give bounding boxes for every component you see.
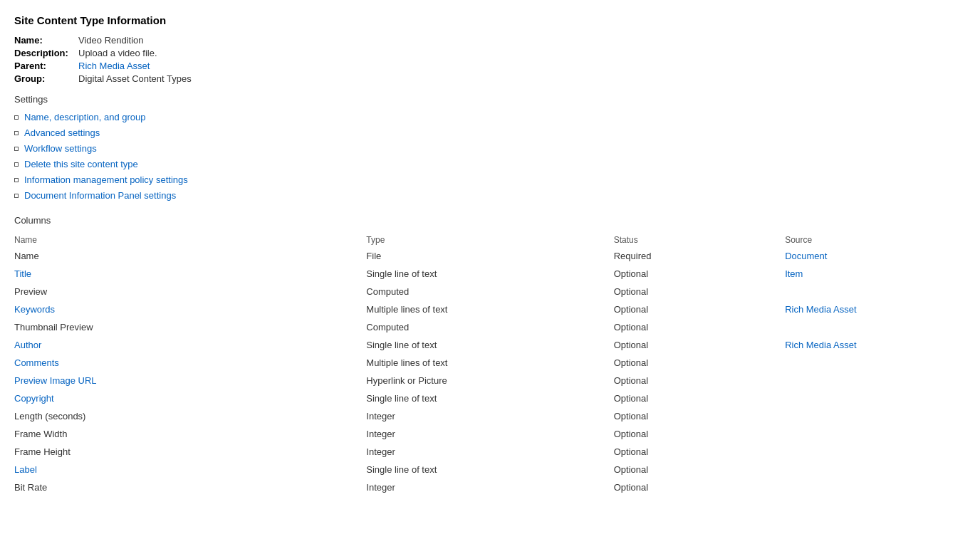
settings-link-3[interactable]: Delete this site content type <box>24 159 138 169</box>
column-source-link[interactable]: Rich Media Asset <box>785 304 856 315</box>
col-type-cell: Single line of text <box>366 461 613 478</box>
col-source-cell <box>785 283 966 300</box>
col-type-cell: Integer <box>366 443 613 461</box>
col-source-cell <box>785 425 966 443</box>
col-status-cell: Optional <box>614 461 785 478</box>
column-name-link[interactable]: Label <box>14 464 37 475</box>
col-name-cell: Comments <box>14 354 366 372</box>
col-type-cell: Single line of text <box>366 389 613 407</box>
content-type-info: Name: Video Rendition Description: Uploa… <box>14 35 966 84</box>
column-name-link[interactable]: Title <box>14 268 31 279</box>
col-type-cell: Single line of text <box>366 336 613 354</box>
settings-link-1[interactable]: Advanced settings <box>24 127 100 138</box>
table-row: Frame HeightIntegerOptional <box>14 443 966 461</box>
info-row-group: Group: Digital Asset Content Types <box>14 73 966 84</box>
table-row: AuthorSingle line of textOptionalRich Me… <box>14 336 966 354</box>
table-row: TitleSingle line of textOptionalItem <box>14 265 966 283</box>
col-type-cell: File <box>366 247 613 265</box>
bullet-icon-3 <box>14 162 19 167</box>
col-name-cell: Author <box>14 336 366 354</box>
info-row-description: Description: Upload a video file. <box>14 48 966 58</box>
col-status-cell: Optional <box>614 478 785 496</box>
col-name-cell: Frame Width <box>14 425 366 443</box>
col-source-cell <box>785 443 966 461</box>
info-row-name: Name: Video Rendition <box>14 35 966 46</box>
col-name-cell: Label <box>14 461 366 478</box>
table-row: PreviewComputedOptional <box>14 283 966 300</box>
settings-item-0: Name, description, and group <box>14 112 966 122</box>
page-title: Site Content Type Information <box>14 14 966 26</box>
description-value: Upload a video file. <box>78 48 157 58</box>
col-type-cell: Hyperlink or Picture <box>366 372 613 389</box>
col-source-cell <box>785 389 966 407</box>
bullet-icon-5 <box>14 194 19 198</box>
table-row: CommentsMultiple lines of textOptional <box>14 354 966 372</box>
col-type-cell: Single line of text <box>366 265 613 283</box>
col-source-cell: Rich Media Asset <box>785 336 966 354</box>
col-status-cell: Required <box>614 247 785 265</box>
column-name-link[interactable]: Preview Image URL <box>14 375 97 386</box>
table-row: NameFileRequiredDocument <box>14 247 966 265</box>
column-source-link[interactable]: Rich Media Asset <box>785 340 856 350</box>
column-source-link[interactable]: Document <box>785 251 827 261</box>
col-status-cell: Optional <box>614 318 785 336</box>
col-status-cell: Optional <box>614 354 785 372</box>
col-name-cell: Copyright <box>14 389 366 407</box>
parent-link[interactable]: Rich Media Asset <box>78 61 150 71</box>
col-type-cell: Computed <box>366 318 613 336</box>
columns-heading: Columns <box>14 215 966 226</box>
columns-section: Columns Name Type Status Source NameFile… <box>14 215 966 496</box>
col-source-cell <box>785 318 966 336</box>
col-name-cell: Keywords <box>14 300 366 318</box>
col-name-cell: Title <box>14 265 366 283</box>
col-source-cell: Rich Media Asset <box>785 300 966 318</box>
table-row: LabelSingle line of textOptional <box>14 461 966 478</box>
col-type-cell: Computed <box>366 283 613 300</box>
settings-item-4: Information management policy settings <box>14 174 966 185</box>
col-name-cell: Name <box>14 247 366 265</box>
column-source-link[interactable]: Item <box>785 268 803 279</box>
settings-link-2[interactable]: Workflow settings <box>24 143 97 154</box>
table-row: Length (seconds)IntegerOptional <box>14 407 966 425</box>
columns-header-row: Name Type Status Source <box>14 233 966 247</box>
parent-label: Parent: <box>14 61 78 71</box>
table-row: Thumbnail PreviewComputedOptional <box>14 318 966 336</box>
column-name-link[interactable]: Comments <box>14 357 59 368</box>
bullet-icon-1 <box>14 131 19 135</box>
table-row: CopyrightSingle line of textOptional <box>14 389 966 407</box>
col-status-cell: Optional <box>614 300 785 318</box>
table-row: Bit RateIntegerOptional <box>14 478 966 496</box>
col-type-cell: Multiple lines of text <box>366 354 613 372</box>
header-name: Name <box>14 233 366 247</box>
col-source-cell <box>785 372 966 389</box>
column-name-link[interactable]: Author <box>14 340 41 350</box>
col-type-cell: Integer <box>366 425 613 443</box>
settings-link-0[interactable]: Name, description, and group <box>24 112 146 122</box>
col-status-cell: Optional <box>614 407 785 425</box>
col-name-cell: Preview <box>14 283 366 300</box>
col-status-cell: Optional <box>614 443 785 461</box>
col-name-cell: Thumbnail Preview <box>14 318 366 336</box>
col-source-cell <box>785 461 966 478</box>
group-value: Digital Asset Content Types <box>78 73 192 84</box>
col-status-cell: Optional <box>614 372 785 389</box>
col-source-cell <box>785 478 966 496</box>
settings-link-5[interactable]: Document Information Panel settings <box>24 190 176 201</box>
settings-item-3: Delete this site content type <box>14 159 966 169</box>
settings-link-4[interactable]: Information management policy settings <box>24 174 188 185</box>
col-status-cell: Optional <box>614 336 785 354</box>
column-name-link[interactable]: Copyright <box>14 393 54 404</box>
settings-item-1: Advanced settings <box>14 127 966 138</box>
col-source-cell: Document <box>785 247 966 265</box>
column-name-link[interactable]: Keywords <box>14 304 55 315</box>
info-row-parent: Parent: Rich Media Asset <box>14 61 966 71</box>
settings-heading: Settings <box>14 94 966 105</box>
settings-list: Name, description, and groupAdvanced set… <box>14 112 966 201</box>
col-name-cell: Frame Height <box>14 443 366 461</box>
settings-item-2: Workflow settings <box>14 143 966 154</box>
col-name-cell: Bit Rate <box>14 478 366 496</box>
col-status-cell: Optional <box>614 389 785 407</box>
name-label: Name: <box>14 35 78 46</box>
col-source-cell: Item <box>785 265 966 283</box>
col-status-cell: Optional <box>614 265 785 283</box>
